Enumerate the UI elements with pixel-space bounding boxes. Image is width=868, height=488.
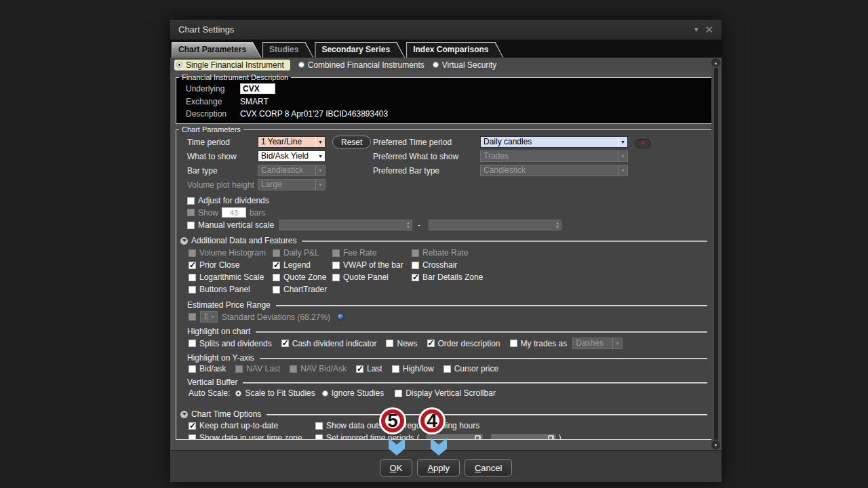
chevron-down-icon	[315, 151, 325, 161]
scrollbar-thumb[interactable]	[714, 68, 718, 440]
range-separator: -	[418, 220, 420, 230]
radio-label: Single Financial Instrument	[186, 60, 284, 70]
checkbox-charttrader[interactable]: ChartTrader	[273, 285, 332, 294]
tab-chart-parameters[interactable]: Chart Parameters	[172, 42, 261, 58]
preferred-bar-type-dropdown: Candlestick	[480, 165, 628, 176]
chevron-down-icon	[315, 137, 325, 147]
checkbox-icon	[273, 249, 280, 257]
checkbox-icon	[189, 262, 196, 269]
radio-ignore-studies[interactable]: Ignore Studies	[322, 388, 384, 398]
radio-label: Virtual Security	[442, 60, 496, 70]
tab-studies[interactable]: Studies	[262, 42, 313, 58]
spinner-icons	[406, 221, 412, 229]
divider	[260, 358, 707, 359]
picker-icon[interactable]	[548, 435, 554, 441]
chevron-down-icon	[315, 180, 325, 190]
exchange-label: Exchange	[186, 97, 240, 106]
ignored-period-end-input[interactable]	[491, 434, 556, 441]
checkbox-cursor-price[interactable]: Cursor price	[443, 364, 498, 373]
checkbox-icon	[281, 340, 289, 347]
picker-icon[interactable]	[475, 435, 481, 441]
checkbox-icon	[332, 249, 340, 257]
checkbox-daily-pnl: Daily P&L	[273, 248, 332, 258]
checkbox-crosshair[interactable]: Crosshair	[412, 260, 709, 270]
checkbox-legend[interactable]: Legend	[273, 260, 332, 270]
time-period-dropdown[interactable]: 1 Year/Line	[258, 136, 326, 148]
collapse-arrow-icon[interactable]	[180, 411, 188, 418]
radio-icon	[235, 390, 241, 396]
checkbox-icon	[315, 434, 323, 441]
dialog-footer: OK Apply Cancel	[170, 450, 722, 482]
description-value: CVX CORP 8 Apr01'27 IBCID463893403	[240, 109, 709, 119]
remove-preferred-icon[interactable]	[635, 139, 651, 148]
checkbox-logarithmic-scale[interactable]: Logarithmic Scale	[189, 272, 273, 282]
checkbox-icon	[189, 422, 196, 430]
section-legend: Chart Parameters	[179, 125, 243, 134]
tab-secondary-series[interactable]: Secondary Series	[315, 42, 405, 58]
titlebar-menu-caret-icon[interactable]: ▾	[694, 25, 698, 34]
volume-plot-height-dropdown: Large	[258, 179, 326, 190]
checkbox-my-trades-as[interactable]: My trades as	[510, 339, 568, 348]
reset-button[interactable]: Reset	[332, 136, 371, 148]
tab-index-comparisons[interactable]: Index Comparisons	[406, 42, 503, 58]
checkbox-last[interactable]: Last	[356, 364, 382, 373]
financial-instrument-description-section: Financial Instrument Description Underly…	[176, 73, 715, 124]
checkbox-nav-last: NAV Last	[235, 364, 280, 373]
checkbox-keep-chart-up-to-date[interactable]: Keep chart up-to-date	[189, 421, 315, 430]
estimated-price-range-header: Estimated Price Range	[187, 300, 709, 310]
checkbox-high-low[interactable]: High/low	[392, 364, 434, 373]
checkbox-quote-panel[interactable]: Quote Panel	[332, 272, 412, 282]
checkbox-show-data-user-time-zone[interactable]: Show data in user time zone	[189, 433, 315, 440]
dialog-title: Chart Settings	[178, 24, 234, 35]
scale-max-input	[429, 220, 561, 230]
radio-single-financial-instrument[interactable]: Single Financial Instrument	[174, 60, 290, 70]
divider	[243, 382, 707, 384]
checkbox-vwap-of-bar[interactable]: VWAP of the bar	[332, 260, 412, 270]
checkbox-icon	[189, 340, 196, 347]
callout-badge-4: 4	[420, 409, 443, 432]
checkbox-buttons-panel[interactable]: Buttons Panel	[189, 285, 273, 294]
ignored-period-start-input[interactable]	[426, 434, 483, 441]
checkbox-splits-and-dividends[interactable]: Splits and dividends	[189, 339, 272, 348]
volume-plot-height-label: Volume plot height	[187, 180, 258, 190]
close-icon[interactable]: ✕	[705, 24, 713, 35]
vertical-scrollbar[interactable]	[711, 58, 720, 449]
info-globe-icon	[337, 313, 344, 321]
radio-virtual-security[interactable]: Virtual Security	[433, 60, 496, 70]
checkbox-news[interactable]: News	[386, 339, 417, 348]
chevron-down-icon	[618, 137, 627, 147]
preferred-time-period-label: Preferred Time period	[373, 138, 480, 147]
time-period-label: Time period	[187, 138, 258, 147]
checkbox-quote-zone[interactable]: Quote Zone	[273, 272, 332, 282]
apply-button[interactable]: Apply	[417, 459, 460, 476]
checkbox-order-description[interactable]: Order description	[427, 339, 500, 348]
checkbox-bid-ask[interactable]: Bid/ask	[189, 364, 226, 373]
ok-button[interactable]: OK	[380, 459, 413, 476]
divider	[256, 331, 707, 333]
checkbox-manual-vertical-scale[interactable]: Manual vertical scale	[187, 220, 274, 230]
checkbox-bar-details-zone[interactable]: Bar Details Zone	[412, 272, 709, 282]
preferred-time-period-dropdown[interactable]: Daily candles	[480, 136, 628, 148]
checkbox-cash-dividend-indicator[interactable]: Cash dividend indicator	[281, 339, 377, 348]
radio-combined-financial-instruments[interactable]: Combined Financial Instruments	[298, 60, 425, 70]
scrollbar-down-icon[interactable]	[711, 441, 720, 449]
underlying-input[interactable]	[240, 83, 275, 94]
preferred-what-to-show-dropdown: Trades	[480, 150, 628, 162]
radio-icon	[433, 62, 439, 68]
checkbox-icon	[189, 249, 196, 257]
radio-scale-to-fit-studies[interactable]: Scale to Fit Studies	[235, 388, 315, 398]
cancel-button[interactable]: Cancel	[465, 459, 512, 476]
checkbox-icon	[392, 365, 399, 373]
dialog-titlebar[interactable]: Chart Settings ▾ ✕	[170, 20, 722, 40]
checkbox-display-vertical-scrollbar[interactable]: Display Vertical Scrollbar	[395, 388, 496, 398]
collapse-arrow-icon[interactable]	[180, 237, 188, 245]
checkbox-adjust-for-dividends[interactable]: Adjust for dividends	[187, 196, 269, 205]
checkbox-icon	[412, 262, 419, 269]
checkbox-fee-rate: Fee Rate	[332, 248, 412, 258]
checkbox-show-data-outside-rth[interactable]: Show data outside of regular trading hou…	[315, 421, 709, 430]
what-to-show-dropdown[interactable]: Bid/Ask Yield	[258, 150, 326, 162]
checkbox-prior-close[interactable]: Prior Close	[189, 260, 273, 270]
scrollbar-up-icon[interactable]	[711, 58, 720, 67]
checkbox-icon	[315, 422, 323, 430]
chart-settings-dialog: Chart Settings ▾ ✕ Chart Parameters Stud…	[170, 19, 722, 481]
